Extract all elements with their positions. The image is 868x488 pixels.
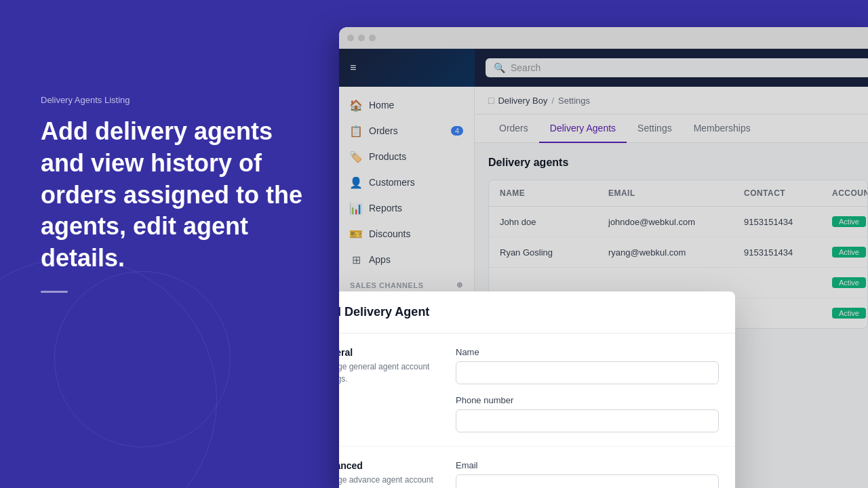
app-window: ≡ 🔍 Search 🏠 Home 📋 Orders 4 🏷️ Products (339, 27, 868, 488)
field-label-phone: Phone number (456, 395, 719, 405)
modal-fields: Email (456, 460, 719, 488)
field-label-name: Name (456, 347, 719, 357)
modal-section-desc: Manage advance agent account settings. (339, 474, 439, 488)
modal-section-label: General (339, 347, 439, 358)
add-delivery-agent-modal: Add Delivery Agent General Manage genera… (339, 291, 735, 488)
left-content-area: Delivery Agents Listing Add delivery age… (41, 95, 312, 293)
field-name: Name (456, 347, 719, 384)
modal-fields: Name Phone number (456, 347, 719, 432)
heading-divider (41, 291, 68, 293)
modal-section-info: General Manage general agent account set… (339, 347, 439, 385)
modal-title: Add Delivery Agent (339, 305, 719, 319)
field-label-email: Email (456, 460, 719, 470)
modal-section-info: Advanced Manage advance agent account se… (339, 460, 439, 488)
field-input-phone[interactable] (456, 409, 719, 432)
modal-section-general: General Manage general agent account set… (339, 333, 735, 447)
page-heading: Add delivery agents and view history of … (41, 116, 312, 274)
modal-body: General Manage general agent account set… (339, 333, 735, 488)
modal-section-desc: Manage general agent account settings. (339, 361, 439, 385)
modal-section-label: Advanced (339, 460, 439, 471)
decorative-circle-small (54, 271, 231, 447)
modal-header: Add Delivery Agent (339, 291, 735, 333)
page-subtitle: Delivery Agents Listing (41, 95, 312, 105)
field-input-email[interactable] (456, 474, 719, 488)
field-phone: Phone number (456, 395, 719, 432)
modal-section-advanced: Advanced Manage advance agent account se… (339, 447, 735, 488)
field-input-name[interactable] (456, 361, 719, 384)
field-email: Email (456, 460, 719, 488)
